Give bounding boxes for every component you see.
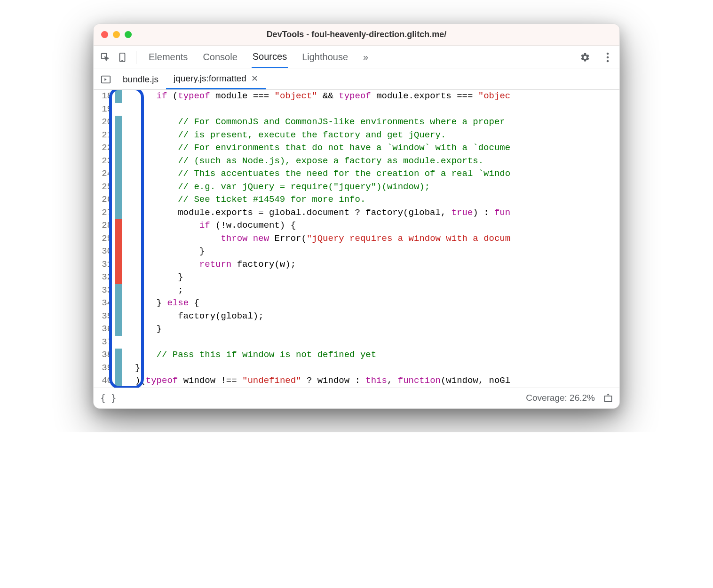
panel-tabs: Elements Console Sources Lighthouse »	[143, 47, 575, 68]
file-tab-label: bundle.js	[123, 74, 158, 85]
settings-icon[interactable]	[578, 50, 592, 64]
maximize-window-button[interactable]	[125, 31, 132, 38]
gutter-row: 20	[94, 116, 122, 129]
tab-elements[interactable]: Elements	[148, 47, 189, 67]
devtools-window: DevTools - foul-heavenly-direction.glitc…	[93, 24, 620, 409]
code-line[interactable]: throw new Error("jQuery requires a windo…	[135, 232, 619, 246]
navigator-toggle-icon[interactable]	[96, 69, 115, 89]
line-number: 18	[94, 90, 115, 103]
close-tab-icon[interactable]: ✕	[251, 73, 258, 84]
line-number: 37	[94, 336, 115, 349]
gutter-row: 25	[94, 181, 122, 194]
gutter-row: 29	[94, 232, 122, 246]
tab-lighthouse[interactable]: Lighthouse	[301, 47, 349, 67]
gutter-row: 28	[94, 219, 122, 232]
code-line[interactable]: }	[135, 271, 619, 284]
minimize-window-button[interactable]	[113, 31, 120, 38]
tab-console[interactable]: Console	[202, 47, 238, 67]
window-title: DevTools - foul-heavenly-direction.glitc…	[94, 30, 619, 40]
svg-point-3	[607, 52, 609, 55]
code-line[interactable]: return factory(w);	[135, 258, 619, 271]
code-line[interactable]: // For environments that do not have a `…	[135, 142, 619, 155]
code-line[interactable]: // See ticket #14549 for more info.	[135, 193, 619, 207]
code-line[interactable]: // This accentuates the need for the cre…	[135, 167, 619, 181]
code-line[interactable]: ;	[135, 284, 619, 297]
file-tab-bundle[interactable]: bundle.js	[115, 69, 166, 89]
line-number: 32	[94, 271, 115, 284]
code-line[interactable]: if (typeof module === "object" && typeof…	[135, 90, 619, 103]
titlebar: DevTools - foul-heavenly-direction.glitc…	[94, 24, 619, 46]
code-line[interactable]: }	[135, 245, 619, 258]
code-line[interactable]: // is present, execute the factory and g…	[135, 129, 619, 142]
code-line[interactable]: // Pass this if window is not defined ye…	[135, 349, 619, 362]
gutter-row: 30	[94, 245, 122, 258]
line-number: 27	[94, 207, 115, 220]
code-line[interactable]: if (!w.document) {	[135, 219, 619, 232]
gutter-row: 27	[94, 207, 122, 220]
close-window-button[interactable]	[101, 31, 108, 38]
code-line[interactable]: } else {	[135, 297, 619, 310]
more-icon[interactable]	[601, 50, 615, 64]
coverage-marker	[115, 129, 122, 142]
coverage-marker	[115, 336, 122, 349]
gutter-row: 36	[94, 323, 122, 336]
coverage-marker	[115, 258, 122, 271]
line-number: 21	[94, 129, 115, 142]
line-number: 40	[94, 374, 115, 388]
code-line[interactable]: // e.g. var jQuery = require("jquery")(w…	[135, 181, 619, 194]
gutter: 1819202122232425262728293031323334353637…	[94, 90, 122, 388]
gutter-row: 21	[94, 129, 122, 142]
coverage-marker	[115, 193, 122, 207]
coverage-marker	[115, 142, 122, 155]
file-tab-bar: bundle.js jquery.js:formatted ✕	[94, 69, 619, 90]
line-number: 25	[94, 181, 115, 194]
code-line[interactable]: // (such as Node.js), expose a factory a…	[135, 155, 619, 168]
tab-overflow[interactable]: »	[362, 47, 369, 67]
svg-rect-0	[102, 53, 107, 58]
line-number: 29	[94, 232, 115, 246]
code-line[interactable]: }	[135, 362, 619, 375]
code-line[interactable]	[135, 103, 619, 116]
gutter-row: 31	[94, 258, 122, 271]
coverage-marker	[115, 207, 122, 220]
coverage-marker	[115, 349, 122, 362]
code-line[interactable]: )(typeof window !== "undefined" ? window…	[135, 374, 619, 388]
gutter-row: 22	[94, 142, 122, 155]
device-toggle-icon[interactable]	[115, 50, 129, 64]
drawer-toggle-icon[interactable]	[603, 393, 613, 403]
code-line[interactable]: module.exports = global.document ? facto…	[135, 207, 619, 220]
code-editor[interactable]: 1819202122232425262728293031323334353637…	[94, 90, 619, 388]
line-number: 39	[94, 362, 115, 375]
file-tab-label: jquery.js:formatted	[174, 73, 246, 84]
coverage-marker	[115, 297, 122, 310]
code-line[interactable]: }	[135, 323, 619, 336]
coverage-label: Coverage: 26.2%	[526, 393, 595, 403]
line-number: 31	[94, 258, 115, 271]
file-tab-jquery[interactable]: jquery.js:formatted ✕	[166, 69, 266, 89]
coverage-marker	[115, 103, 122, 116]
line-number: 24	[94, 167, 115, 181]
gutter-row: 37	[94, 336, 122, 349]
gutter-row: 18	[94, 90, 122, 103]
code-line[interactable]: // For CommonJS and CommonJS-like enviro…	[135, 116, 619, 129]
line-number: 30	[94, 245, 115, 258]
line-number: 35	[94, 310, 115, 323]
gutter-row: 34	[94, 297, 122, 310]
gutter-row: 24	[94, 167, 122, 181]
gutter-row: 19	[94, 103, 122, 116]
code-content[interactable]: if (typeof module === "object" && typeof…	[122, 90, 619, 388]
line-number: 28	[94, 219, 115, 232]
gutter-row: 33	[94, 284, 122, 297]
format-button[interactable]: { }	[100, 393, 116, 403]
tab-sources[interactable]: Sources	[252, 47, 288, 68]
code-line[interactable]	[135, 336, 619, 349]
svg-rect-8	[605, 396, 612, 402]
code-line[interactable]: factory(global);	[135, 310, 619, 323]
inspect-element-icon[interactable]	[98, 50, 112, 64]
toolbar-divider	[136, 51, 136, 64]
line-number: 23	[94, 155, 115, 168]
coverage-marker	[115, 116, 122, 129]
toolbar-right	[578, 50, 615, 64]
gutter-row: 39	[94, 362, 122, 375]
coverage-marker	[115, 245, 122, 258]
